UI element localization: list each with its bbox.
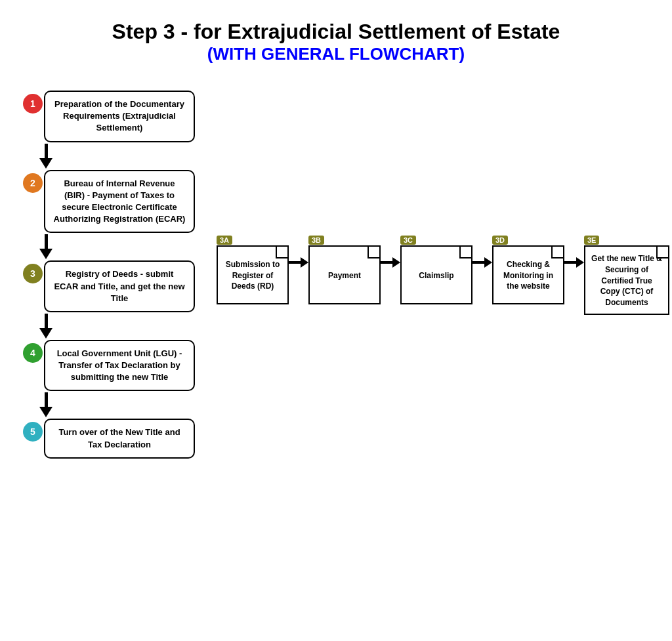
header: Step 3 - for Extrajudicial Settlement of… [13,20,659,64]
sub-step-3e: 3E Get the new Title & Securing of Certi… [584,234,669,315]
step-3-row: 3 Registry of Deeds - submit ECAR and Ti… [23,260,195,312]
right-substeps-wrapper: 3A Submission to Register of Deeds (RD) … [217,91,669,315]
sub-step-3e-box: Get the new Title & Securing of Certifie… [584,245,669,315]
step-3-box: Registry of Deeds - submit ECAR and Titl… [44,260,195,312]
step-5-row: 5 Turn over of the New Title and Tax Dec… [23,419,195,458]
step-3-badge: 3 [23,264,43,283]
step-1-row: 1 Preparation of the Documentary Require… [23,91,195,142]
sub-step-3d: 3D Checking & Monitoring in the website [492,234,564,304]
arrow-4-5 [39,392,52,417]
sub-step-3b-box: Payment [308,245,381,304]
arrow-3a-3b [289,257,308,268]
sub-title: (WITH GENERAL FLOWCHART) [13,44,659,64]
arrow-3b-3c [381,257,400,268]
step-5-badge: 5 [23,422,43,442]
sub-step-3a-box: Submission to Register of Deeds (RD) [217,245,289,304]
sub-badge-3d: 3D [492,236,508,245]
step-5-box: Turn over of the New Title and Tax Decla… [44,419,195,458]
step-2-badge: 2 [23,173,43,193]
step-4-row: 4 Local Government Unit (LGU) - Transfer… [23,340,195,392]
top-spacer [217,91,669,234]
arrow-3d-3e [564,257,584,268]
sub-badge-3c: 3C [400,236,416,245]
sub-step-3c: 3C Claimslip [400,234,472,304]
arrow-3-4 [39,314,52,339]
step-4-box: Local Government Unit (LGU) - Transfer o… [44,340,195,392]
sub-badge-3e: 3E [584,236,599,245]
step-1-badge: 1 [23,94,43,114]
arrow-3c-3d [472,257,492,268]
step-1-box: Preparation of the Documentary Requireme… [44,91,195,142]
sub-step-3c-box: Claimslip [400,245,472,304]
step-2-box: Bureau of Internal Revenue (BIR) - Payme… [44,170,195,234]
main-title: Step 3 - for Extrajudicial Settlement of… [13,20,659,44]
left-steps: 1 Preparation of the Documentary Require… [23,91,207,459]
sub-badge-3b: 3B [308,236,324,245]
arrow-1-2 [39,144,52,169]
arrow-2-3 [39,234,52,259]
sub-step-3b: 3B Payment [308,234,381,304]
step-2-row: 2 Bureau of Internal Revenue (BIR) - Pay… [23,170,195,234]
sub-step-3a: 3A Submission to Register of Deeds (RD) [217,234,289,304]
sub-step-3d-box: Checking & Monitoring in the website [492,245,564,304]
step-4-badge: 4 [23,343,43,363]
sub-steps-row: 3A Submission to Register of Deeds (RD) … [217,234,669,315]
page-wrapper: Step 3 - for Extrajudicial Settlement of… [0,0,672,641]
sub-badge-3a: 3A [217,236,232,245]
